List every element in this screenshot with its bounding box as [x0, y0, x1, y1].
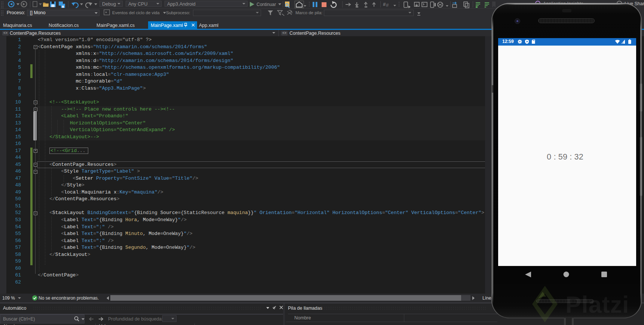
svg-text:Continuar: Continuar [257, 2, 276, 7]
svg-text:Platzi: Platzi [565, 291, 629, 318]
svg-text:#: # [383, 1, 386, 7]
svg-text:Eventos del ciclo de vida: Eventos del ciclo de vida [112, 10, 160, 15]
svg-text:Marco de pila:: Marco de pila: [295, 10, 322, 15]
svg-text:Subproceso:: Subproceso: [166, 10, 190, 15]
svg-text:#: # [386, 2, 389, 8]
